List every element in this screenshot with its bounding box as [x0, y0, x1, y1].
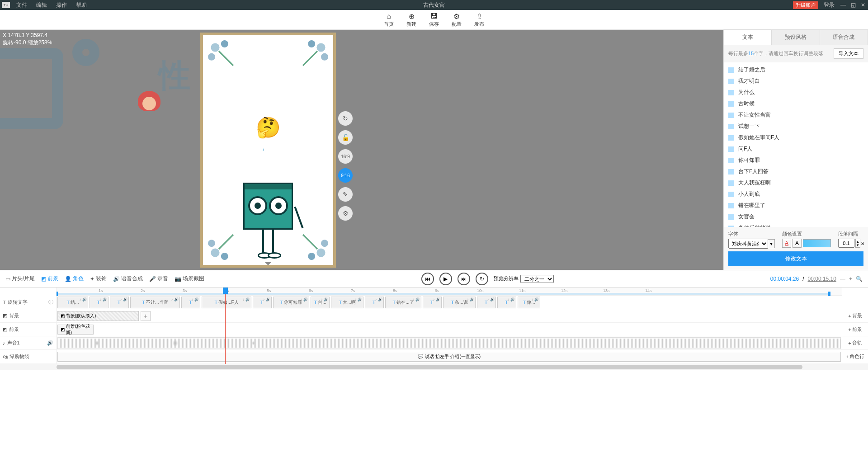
text-line[interactable]: 问F人	[724, 143, 868, 155]
background-track[interactable]: ◩ 背景(默认淡入) +	[57, 309, 842, 323]
text-color-button[interactable]: A	[782, 239, 791, 248]
text-list[interactable]: 结了婚之后我才明白为什么古时候不让女性当官试想一下假如她在审问F人问F人你可知罪…	[724, 62, 868, 227]
text-clip[interactable]: ♪ 🔊T错在...了	[385, 297, 421, 308]
next-button[interactable]: ⏭	[458, 273, 470, 285]
background-clip[interactable]: ◩ 背景(默认淡入)	[57, 311, 139, 321]
info-icon[interactable]: ⓘ	[48, 299, 53, 306]
add-role-track-button[interactable]: + 角色行	[842, 350, 868, 363]
text-clip[interactable]: ♪ 🔊T	[497, 297, 516, 308]
rotate-tool[interactable]: ↻	[338, 111, 353, 126]
tab-preset[interactable]: 预设风格	[772, 30, 820, 45]
play-button[interactable]: ▶	[439, 273, 452, 285]
text-line[interactable]: 我才明白	[724, 75, 868, 87]
timeline-scrollbar[interactable]	[0, 364, 868, 370]
ratio-16-9[interactable]: 16:9	[338, 149, 353, 164]
foreground-clip[interactable]: ◩ 前景(粉色花瓣)	[57, 325, 94, 335]
text-clip[interactable]: ♪ 🔊T	[365, 297, 384, 308]
text-clip[interactable]: ♪ 🔊T假如...F人	[202, 297, 251, 308]
close-button[interactable]: ✕	[858, 2, 868, 8]
caption-text[interactable]: 试想一	[241, 141, 295, 165]
add-fg-track-button[interactable]: + 前景	[842, 323, 868, 336]
text-line[interactable]: 假如她在审问F人	[724, 132, 868, 143]
titles-button[interactable]: ▭片头/片尾	[5, 275, 35, 283]
speaker-icon[interactable]: 🔊	[47, 340, 53, 346]
text-line[interactable]: 小人到底	[724, 189, 868, 200]
zoom-fit-button[interactable]: 🔍	[856, 276, 863, 282]
record-button[interactable]: 🎤录音	[149, 275, 168, 283]
text-clip[interactable]: ♪ 🔊T	[253, 297, 272, 308]
resolution-select[interactable]: 二分之一	[520, 275, 554, 283]
text-line[interactable]: 你可知罪	[724, 155, 868, 166]
bag-track[interactable]: 💬说话-抬左手-介绍(一直显示)	[57, 350, 842, 363]
text-line[interactable]: 结了婚之后	[724, 64, 868, 75]
gradient-color-button[interactable]	[803, 239, 831, 247]
import-text-button[interactable]: 导入文本	[834, 48, 863, 59]
text-line[interactable]: 不让女性当官	[724, 109, 868, 121]
character-graphic[interactable]	[236, 187, 300, 257]
text-clip[interactable]: ♪ 🔊T	[423, 297, 442, 308]
text-clip[interactable]: ♪ 🔊T	[110, 297, 129, 308]
deco-button[interactable]: ✦装饰	[90, 275, 107, 283]
zoom-out-button[interactable]: —	[840, 276, 845, 282]
text-line[interactable]: 条件反射的说	[724, 222, 868, 227]
menu-file[interactable]: 文件	[12, 1, 32, 9]
text-clip[interactable]: ♪ 🔊T你...	[518, 297, 540, 308]
save-button[interactable]: 🖫保存	[429, 12, 439, 28]
timeline-ruler[interactable]: 1s2s3s4s5s6s7s8s9s10s11s12s13s14s	[57, 288, 842, 296]
config-button[interactable]: ⚙配置	[452, 12, 462, 28]
total-time[interactable]: 00:00:15.10	[808, 276, 836, 282]
outline-color-button[interactable]: A	[793, 239, 802, 248]
text-line[interactable]: 错在哪里了	[724, 200, 868, 211]
canvas-area[interactable]: X 1478.3 Y 3597.4 旋转-90.0 缩放258% 不让女性 🤔 …	[0, 30, 723, 270]
track-label-background[interactable]: ◩背景	[0, 309, 56, 323]
new-button[interactable]: ⊕新建	[406, 12, 416, 28]
foreground-button[interactable]: ◩前景	[41, 275, 58, 283]
audio-clip[interactable]	[57, 337, 841, 349]
text-clip[interactable]: ♪ 🔊T条...说	[443, 297, 476, 308]
home-button[interactable]: ⌂首页	[384, 12, 394, 28]
publish-button[interactable]: ⇪发布	[474, 12, 484, 28]
talk-clip[interactable]: 💬说话-抬左手-介绍(一直显示)	[57, 352, 841, 362]
text-clip[interactable]: ♪ 🔊T	[477, 297, 496, 308]
track-label-rotate-text[interactable]: T旋转文字ⓘ	[0, 296, 56, 309]
text-clip[interactable]: ♪ 🔊T	[181, 297, 200, 308]
foreground-track[interactable]: ◩ 前景(粉色花瓣)	[57, 323, 842, 336]
menu-help[interactable]: 帮助	[71, 1, 91, 9]
lock-tool[interactable]: 🔓	[338, 130, 353, 145]
prev-button[interactable]: ⏮	[421, 273, 434, 285]
track-label-sound[interactable]: ♪声音1🔊	[0, 336, 56, 350]
role-button[interactable]: 👤角色	[65, 275, 84, 283]
menu-operate[interactable]: 操作	[52, 1, 71, 9]
track-label-bag[interactable]: 🛍绿购物袋	[0, 350, 56, 363]
spacing-input[interactable]	[838, 239, 854, 248]
font-dropdown-icon[interactable]: ▾	[768, 239, 775, 248]
add-background-button[interactable]: +	[141, 311, 151, 321]
text-line[interactable]: 试想一下	[724, 121, 868, 132]
text-clip[interactable]: ♪ 🔊T	[90, 297, 108, 308]
sound-track[interactable]	[57, 336, 842, 350]
loop-button[interactable]: ↻	[476, 273, 488, 285]
minimize-button[interactable]: —	[838, 2, 848, 8]
spacing-stepper[interactable]: ▴▾	[855, 239, 860, 248]
settings-tool[interactable]: ⚙	[338, 206, 353, 221]
add-bg-track-button[interactable]: + 背景	[842, 309, 868, 323]
screenshot-button[interactable]: 📷场景截图	[175, 275, 204, 283]
text-clip[interactable]: ♪ 🔊T台...	[311, 297, 330, 308]
playhead[interactable]	[225, 288, 226, 364]
font-select[interactable]: 郑庆科黄油体	[728, 239, 768, 249]
text-clip[interactable]: ♪ 🔊T大...啊	[331, 297, 363, 308]
text-line[interactable]: 为什么	[724, 87, 868, 98]
tab-text[interactable]: 文本	[724, 30, 772, 45]
text-clip[interactable]: ♪ 🔊T你可知罪	[273, 297, 309, 308]
voice-button[interactable]: 🔊语音合成	[113, 275, 143, 283]
edit-tool[interactable]: ✎	[338, 187, 353, 202]
text-line[interactable]: 大人我冤枉啊	[724, 177, 868, 189]
ratio-9-16[interactable]: 9:16	[338, 168, 353, 183]
login-button[interactable]: 登录	[820, 1, 838, 9]
track-label-foreground[interactable]: ◩前景	[0, 323, 56, 336]
text-clip[interactable]: ♪ 🔊T结...	[57, 297, 88, 308]
add-audio-track-button[interactable]: + 音轨	[842, 336, 868, 350]
text-line[interactable]: 古时候	[724, 98, 868, 109]
text-track[interactable]: ♪ 🔊T结...♪ 🔊T♪ 🔊T♪ 🔊T不让...当官♪ 🔊T♪ 🔊T假如...…	[57, 296, 842, 309]
zoom-in-button[interactable]: +	[849, 276, 852, 282]
